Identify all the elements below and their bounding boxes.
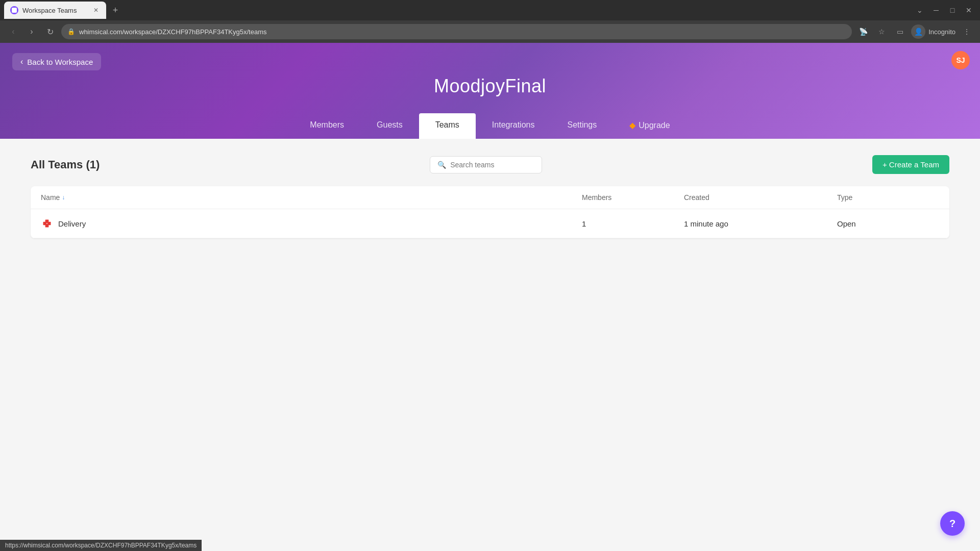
team-icon [41,217,53,230]
tabs-navigation: Members Guests Teams Integrations Settin… [0,113,980,139]
sidebar-toggle-button[interactable]: ▭ [893,24,907,39]
forward-nav-button[interactable]: › [24,24,39,39]
back-nav-button[interactable]: ‹ [6,24,20,39]
tab-upgrade[interactable]: ◆ Upgrade [613,113,686,139]
new-tab-button[interactable]: + [108,3,122,17]
window-close-button[interactable]: ✕ [962,3,976,17]
tab-title: Workspace Teams [22,7,88,14]
svg-rect-2 [45,220,49,223]
url-display: whimsical.com/workspace/DZXCHF97hBPPAF34… [79,28,267,36]
team-type: Open [837,219,939,228]
help-icon: ? [949,518,955,530]
incognito-avatar-icon: 👤 [911,24,925,39]
table-header: Name ↓ Members Created Type [31,186,949,209]
back-to-workspace-button[interactable]: ‹ Back to Workspace [12,53,101,70]
tab-favicon [10,6,18,14]
tab-guests[interactable]: Guests [360,113,419,139]
team-name: Delivery [58,219,86,228]
create-team-button[interactable]: + Create a Team [872,155,949,174]
tab-integrations[interactable]: Integrations [476,113,551,139]
user-avatar[interactable]: SJ [951,51,970,69]
page: ‹ Back to Workspace SJ MoodjoyFinal Memb… [0,43,980,551]
lock-icon: 🔒 [67,28,75,35]
tab-bar: Workspace Teams ✕ + ⌄ ─ □ ✕ [0,0,980,20]
cast-icon[interactable]: 📡 [856,24,870,39]
menu-button[interactable]: ⋮ [960,24,974,39]
workspace-name: MoodjoyFinal [0,55,980,113]
status-url: https://whimsical.com/workspace/DZXCHF97… [5,542,197,549]
column-name[interactable]: Name ↓ [41,193,582,202]
search-icon: 🔍 [437,161,446,169]
column-members: Members [582,193,684,202]
reload-button[interactable]: ↻ [43,24,57,39]
svg-rect-3 [45,224,49,228]
bookmark-icon[interactable]: ☆ [874,24,889,39]
tab-controls: ⌄ ─ □ ✕ [913,3,976,17]
search-box[interactable]: 🔍 [430,156,542,173]
column-type: Type [837,193,939,202]
address-bar[interactable]: 🔒 whimsical.com/workspace/DZXCHF97hBPPAF… [61,24,852,39]
team-created: 1 minute ago [684,219,837,228]
maximize-button[interactable]: □ [945,3,960,17]
browser-toolbar: ‹ › ↻ 🔒 whimsical.com/workspace/DZXCHF97… [0,20,980,43]
content-actions: 🔍 [430,156,542,173]
teams-table: Name ↓ Members Created Type [31,186,949,238]
team-name-cell: Delivery [41,217,582,230]
minimize-button[interactable]: ─ [929,3,943,17]
tab-members[interactable]: Members [293,113,360,139]
browser-chrome: Workspace Teams ✕ + ⌄ ─ □ ✕ ‹ › ↻ 🔒 whim… [0,0,980,43]
incognito-label: Incognito [928,28,955,36]
active-tab[interactable]: Workspace Teams ✕ [4,2,106,19]
back-arrow-icon: ‹ [20,57,23,66]
search-input[interactable] [450,161,534,169]
tab-teams[interactable]: Teams [419,113,476,139]
incognito-area: 👤 Incognito [911,24,955,39]
all-teams-title: All Teams (1) [31,158,100,171]
status-bar: https://whimsical.com/workspace/DZXCHF97… [0,540,202,551]
content-header: All Teams (1) 🔍 + Create a Team [31,155,949,174]
toolbar-actions: 📡 ☆ ▭ 👤 Incognito ⋮ [856,24,974,39]
team-icon-svg [42,218,52,229]
tab-settings[interactable]: Settings [551,113,613,139]
page-header: ‹ Back to Workspace SJ MoodjoyFinal Memb… [0,43,980,139]
tab-dropdown-button[interactable]: ⌄ [913,3,927,17]
tab-close-button[interactable]: ✕ [92,6,100,14]
upgrade-diamond-icon: ◆ [629,120,635,130]
back-button-label: Back to Workspace [27,58,93,66]
main-content: All Teams (1) 🔍 + Create a Team Name ↓ M… [0,139,980,551]
sort-icon: ↓ [62,194,65,201]
help-button[interactable]: ? [940,511,965,536]
table-row[interactable]: Delivery 1 1 minute ago Open [31,209,949,238]
create-team-label: + Create a Team [883,160,939,169]
user-initials: SJ [956,56,965,64]
column-created: Created [684,193,837,202]
team-members: 1 [582,219,684,228]
